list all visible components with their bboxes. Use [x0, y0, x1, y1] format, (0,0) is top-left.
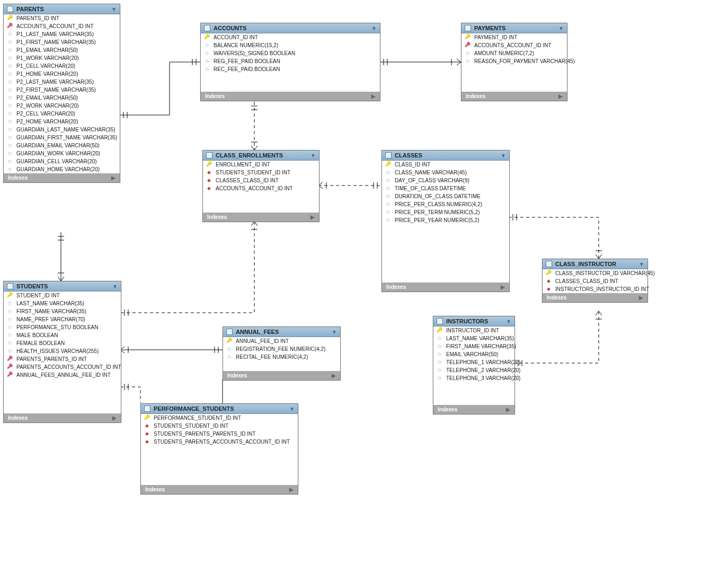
column-row[interactable]: PARENTS_ACCOUNTS_ACCOUNT_ID INT: [4, 363, 121, 371]
column-row[interactable]: BALANCE NUMERIC(15,2): [201, 41, 380, 49]
column-row[interactable]: PRICE_PER_YEAR NUMERIC(5,2): [382, 216, 509, 224]
table-header[interactable]: CLASSES ▼: [382, 151, 509, 161]
column-row[interactable]: P2_EMAIL VARCHAR(50): [4, 94, 120, 102]
column-row[interactable]: ACCOUNTS_ACCOUNT_ID INT: [4, 22, 120, 30]
column-row[interactable]: CLASS_ID INT: [382, 161, 509, 169]
column-row[interactable]: RECITAL_FEE NUMERIC(4,2): [223, 353, 340, 361]
column-row[interactable]: INSTRUCTORS_INSTRUCTOR_ID INT: [543, 285, 647, 293]
column-row[interactable]: P1_LAST_NAME VARCHAR(35): [4, 30, 120, 38]
column-row[interactable]: CLASSES_CLASS_ID INT: [543, 277, 647, 285]
column-row[interactable]: EMAIL VARCHAR(50): [433, 350, 514, 358]
indexes-row[interactable]: Indexes ▶: [201, 92, 380, 101]
column-row[interactable]: P2_FIRST_NAME VARCHAR(35): [4, 86, 120, 94]
table-header[interactable]: STUDENTS ▼: [4, 281, 121, 292]
column-row[interactable]: WAIVERS(S)_SIGNED BOOLEAN: [201, 49, 380, 57]
column-row[interactable]: TELEPHONE_2 VARCHAR(20): [433, 366, 514, 374]
column-row[interactable]: PARENTS_PARENTS_ID INT: [4, 355, 121, 363]
indexes-row[interactable]: Indexes ▶: [4, 173, 120, 182]
column-row[interactable]: TIME_OF_CLASS DATETIME: [382, 184, 509, 192]
table-header[interactable]: ACCOUNTS ▼: [201, 23, 380, 33]
column-row[interactable]: GUARDIAN_WORK VARCHAR(20): [4, 149, 120, 157]
column-row[interactable]: CLASS_NAME VARCHAR(45): [382, 169, 509, 176]
indexes-row[interactable]: Indexes ▶: [4, 413, 121, 422]
column-row[interactable]: TELEPHONE_3 VARCHAR(20): [433, 374, 514, 382]
column-row[interactable]: ANNUAL_FEE_ID INT: [223, 337, 340, 345]
column-row[interactable]: PERFORMANCE_STUDENT_ID INT: [141, 414, 298, 422]
table-header[interactable]: PAYMENTS ▼: [461, 23, 567, 33]
column-row[interactable]: GUARDIAN_EMAIL VARCHAR(50): [4, 142, 120, 149]
column-row[interactable]: P2_LAST_NAME VARCHAR(35): [4, 78, 120, 86]
column-row[interactable]: P1_EMAIL VARCHAR(50): [4, 46, 120, 54]
column-row[interactable]: ENROLLMENT_ID INT: [203, 161, 319, 169]
column-row[interactable]: STUDENTS_STUDENT_ID INT: [141, 422, 298, 430]
column-row[interactable]: ACCOUNT_ID INT: [201, 33, 380, 41]
column-row[interactable]: REG_FEE_PAID BOOLEAN: [201, 57, 380, 65]
column-row[interactable]: P1_WORK VARCHAR(20): [4, 54, 120, 62]
attr-icon: [205, 51, 210, 56]
table-students[interactable]: STUDENTS ▼ STUDENT_ID INTLAST_NAME VARCH…: [3, 281, 121, 423]
table-performance-students[interactable]: PERFORMANCE_STUDENTS ▼ PERFORMANCE_STUDE…: [140, 403, 298, 495]
column-row[interactable]: GUARDIAN_CELL VARCHAR(20): [4, 157, 120, 165]
column-row[interactable]: STUDENTS_PARENTS_PARENTS_ID INT: [141, 430, 298, 438]
column-row[interactable]: ACCOUNTS_ACCOUNT_ID INT: [203, 184, 319, 192]
column-row[interactable]: CLASSES_CLASS_ID INT: [203, 176, 319, 184]
column-row[interactable]: STUDENTS_STUDENT_ID INT: [203, 169, 319, 176]
indexes-row[interactable]: Indexes ▶: [203, 213, 319, 222]
column-row[interactable]: ANNUAL_FEES_ANNUAL_FEE_ID INT: [4, 371, 121, 379]
table-header[interactable]: INSTRUCTORS ▼: [433, 316, 514, 326]
column-row[interactable]: STUDENTS_PARENTS_ACCOUNTS_ACCOUNT_ID INT: [141, 438, 298, 446]
column-row[interactable]: INSTRUCTOR_ID INT: [433, 326, 514, 334]
column-row[interactable]: MALE BOOLEAN: [4, 331, 121, 339]
column-row[interactable]: P1_CELL VARCHAR(20): [4, 62, 120, 70]
column-row[interactable]: PRICE_PER_CLASS NUMERIC(4,2): [382, 200, 509, 208]
column-row[interactable]: PAYMENT_ID INT: [461, 33, 567, 41]
column-row[interactable]: GUARDIAN_FIRST_NAME VARCHAR(35): [4, 134, 120, 142]
column-row[interactable]: DURATION_OF_CLASS DATETIME: [382, 192, 509, 200]
indexes-row[interactable]: Indexes ▶: [223, 371, 340, 380]
indexes-row[interactable]: Indexes ▶: [433, 405, 514, 414]
column-row[interactable]: NAME_PREF VARCHAR(70): [4, 315, 121, 323]
table-header[interactable]: PERFORMANCE_STUDENTS ▼: [141, 404, 298, 414]
table-classes[interactable]: CLASSES ▼ CLASS_ID INTCLASS_NAME VARCHAR…: [381, 150, 510, 292]
indexes-row[interactable]: Indexes ▶: [461, 92, 567, 101]
indexes-row[interactable]: Indexes ▶: [382, 282, 509, 292]
table-instructors[interactable]: INSTRUCTORS ▼ INSTRUCTOR_ID INTLAST_NAME…: [433, 316, 515, 414]
table-header[interactable]: PARENTS ▼: [4, 4, 120, 14]
table-payments[interactable]: PAYMENTS ▼ PAYMENT_ID INTACCOUNTS_ACCOUN…: [461, 23, 567, 101]
column-row[interactable]: FEMALE BOOLEAN: [4, 339, 121, 347]
table-header[interactable]: CLASS_INSTRUCTOR ▼: [543, 259, 647, 269]
column-row[interactable]: AMOUNT NUMERIC(7,2): [461, 49, 567, 57]
column-row[interactable]: P2_WORK VARCHAR(20): [4, 102, 120, 110]
column-row[interactable]: PARENTS_ID INT: [4, 14, 120, 22]
column-row[interactable]: GUARDIAN_LAST_NAME VARCHAR(35): [4, 126, 120, 134]
indexes-row[interactable]: Indexes ▶: [543, 293, 647, 302]
column-row[interactable]: DAY_OF_CLASS VARCHAR(9): [382, 176, 509, 184]
table-annual-fees[interactable]: ANNUAL_FEES ▼ ANNUAL_FEE_ID INTREGISTRAT…: [223, 326, 341, 381]
column-row[interactable]: PERFORMANCE_STU BOOLEAN: [4, 323, 121, 331]
column-row[interactable]: ACCOUNTS_ACCOUNT_ID INT: [461, 41, 567, 49]
column-row[interactable]: REC_FEE_PAID BOOLEAN: [201, 65, 380, 73]
column-row[interactable]: P2_CELL VARCHAR(20): [4, 110, 120, 118]
column-row[interactable]: STUDENT_ID INT: [4, 292, 121, 299]
column-row[interactable]: FIRST_NAME VARCHAR(35): [433, 342, 514, 350]
column-row[interactable]: LAST_NAME VARCHAR(35): [4, 299, 121, 307]
column-row[interactable]: GUARDIAN_HOME VARCHAR(20): [4, 165, 120, 173]
indexes-row[interactable]: Indexes ▶: [141, 485, 298, 494]
column-row[interactable]: REASON_FOR_PAYMENT VARCHAR(45): [461, 57, 567, 65]
column-row[interactable]: P1_HOME VARCHAR(20): [4, 70, 120, 78]
table-header[interactable]: ANNUAL_FEES ▼: [223, 327, 340, 337]
table-class-enrollments[interactable]: CLASS_ENROLLMENTS ▼ ENROLLMENT_ID INTSTU…: [202, 150, 319, 222]
table-class-instructor[interactable]: CLASS_INSTRUCTOR ▼ CLASS_INSTRUCTOR_ID V…: [542, 259, 648, 303]
column-row[interactable]: PRICE_PER_TERM NUMERIC(5,2): [382, 208, 509, 216]
table-header[interactable]: CLASS_ENROLLMENTS ▼: [203, 151, 319, 161]
column-row[interactable]: REGISTRATION_FEE NUMERIC(4,2): [223, 345, 340, 353]
column-row[interactable]: FIRST_NAME VARCHAR(35): [4, 307, 121, 315]
column-row[interactable]: LAST_NAME VARCHAR(35): [433, 334, 514, 342]
table-parents[interactable]: PARENTS ▼ PARENTS_ID INTACCOUNTS_ACCOUNT…: [3, 4, 120, 183]
table-accounts[interactable]: ACCOUNTS ▼ ACCOUNT_ID INTBALANCE NUMERIC…: [200, 23, 380, 101]
column-row[interactable]: HEALTH_ISSUES VARCHAR(255): [4, 347, 121, 355]
column-row[interactable]: CLASS_INSTRUCTOR_ID VARCHAR(45): [543, 269, 647, 277]
column-row[interactable]: P1_FIRST_NAME VARCHAR(35): [4, 38, 120, 46]
column-row[interactable]: TELEPHONE_1 VARCHAR(20): [433, 358, 514, 366]
column-row[interactable]: P2_HOME VARCHAR(20): [4, 118, 120, 126]
